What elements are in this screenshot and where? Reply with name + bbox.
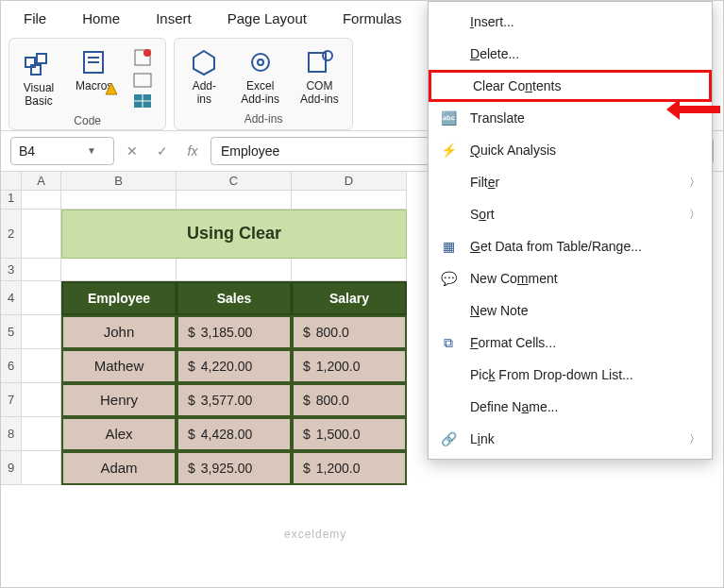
val: 1,200.0	[316, 461, 361, 476]
chevron-right-icon: 〉	[689, 175, 700, 191]
cell[interactable]	[292, 259, 407, 281]
lbl: Clear Contents	[473, 78, 698, 93]
row-header-6[interactable]: 6	[1, 349, 22, 383]
tab-insert[interactable]: Insert	[146, 8, 201, 28]
row-header-2[interactable]: 2	[1, 210, 22, 259]
ctx-new-comment[interactable]: 💬New Comment	[429, 262, 712, 294]
table-cell[interactable]: Alex	[61, 417, 177, 451]
col-header-c[interactable]: C	[177, 172, 292, 191]
blank-icon	[438, 300, 459, 321]
select-all-corner[interactable]	[1, 172, 22, 191]
cell[interactable]	[61, 259, 177, 281]
ctx-sort[interactable]: Sort〉	[429, 198, 712, 230]
table-cell[interactable]: $3,577.00	[177, 383, 292, 417]
name-box[interactable]: B4▼	[10, 137, 114, 165]
macros-button[interactable]: Macros	[72, 44, 116, 110]
chevron-right-icon: 〉	[689, 207, 700, 223]
visual-basic-button[interactable]: Visual Basic	[19, 46, 59, 110]
table-cell[interactable]: $1,200.0	[292, 349, 407, 383]
row-header-3[interactable]: 3	[1, 259, 22, 281]
group-addins-label: Add-ins	[184, 112, 342, 126]
cancel-fx-button[interactable]: ✕	[120, 139, 144, 163]
accept-fx-button[interactable]: ✓	[150, 139, 175, 163]
lbl: Pick From Drop-down List...	[470, 367, 700, 382]
table-cell[interactable]: $800.0	[292, 315, 407, 349]
table-cell[interactable]: $800.0	[292, 383, 407, 417]
quick-analysis-icon: ⚡	[438, 140, 459, 160]
cell[interactable]	[22, 417, 61, 451]
svg-point-8	[143, 49, 151, 57]
th-employee[interactable]: Employee	[61, 281, 177, 315]
ctx-define-name[interactable]: Define Name...	[429, 391, 712, 423]
row-header-1[interactable]: 1	[1, 191, 22, 210]
table-cell[interactable]: Mathew	[61, 349, 177, 383]
val: 4,428.00	[201, 427, 253, 442]
ctx-new-note[interactable]: New Note	[429, 294, 712, 327]
table-cell[interactable]: John	[61, 315, 177, 349]
tab-formulas[interactable]: Formulas	[333, 8, 412, 28]
cell[interactable]	[22, 315, 61, 349]
col-header-d[interactable]: D	[292, 172, 407, 191]
table-cell[interactable]: Adam	[61, 451, 177, 485]
excel-addins-button[interactable]: Excel Add-ins	[237, 44, 283, 109]
row-header-5[interactable]: 5	[1, 315, 22, 349]
row-header-7[interactable]: 7	[1, 383, 22, 417]
addins-button[interactable]: Add- ins	[184, 44, 224, 109]
table-cell[interactable]: $4,428.00	[177, 417, 292, 451]
group-code-label: Code	[19, 114, 156, 127]
cell[interactable]	[22, 281, 61, 315]
val: 800.0	[316, 393, 349, 408]
com-addins-icon	[303, 46, 335, 78]
cell[interactable]	[292, 191, 407, 210]
row-header-4[interactable]: 4	[1, 281, 22, 315]
macros-icon	[78, 46, 110, 78]
tab-home[interactable]: Home	[73, 8, 129, 28]
ctx-quick-analysis[interactable]: ⚡Quick Analysis	[429, 134, 712, 166]
lbl: et Data from Table/Range...	[480, 239, 642, 254]
blank-icon	[438, 396, 459, 417]
th-salary[interactable]: Salary	[292, 281, 407, 315]
tab-page-layout[interactable]: Page Layout	[218, 8, 316, 28]
th-sales[interactable]: Sales	[177, 281, 292, 315]
cell[interactable]	[61, 191, 177, 210]
cell[interactable]	[177, 259, 292, 281]
format-cells-icon: ⧉	[438, 332, 459, 353]
group-addins: Add- ins Excel Add-ins COM Add-ins Add-i…	[174, 38, 352, 130]
svg-marker-13	[194, 51, 214, 75]
ctx-link[interactable]: 🔗Link〉	[429, 423, 712, 455]
col-header-b[interactable]: B	[61, 172, 177, 191]
lbl: elete...	[480, 46, 519, 61]
cell[interactable]	[22, 191, 61, 210]
svg-point-17	[323, 51, 332, 60]
ctx-format-cells[interactable]: ⧉Format Cells...	[429, 327, 712, 359]
table-cell[interactable]: $4,220.00	[177, 349, 292, 383]
table-cell[interactable]: $1,200.0	[292, 451, 407, 485]
row-header-9[interactable]: 9	[1, 451, 22, 485]
ctx-clear-contents[interactable]: Clear Contents	[429, 70, 712, 102]
cell[interactable]	[22, 383, 61, 417]
table-cell[interactable]: Henry	[61, 383, 177, 417]
cell[interactable]	[177, 191, 292, 210]
ctx-insert[interactable]: Insert...	[429, 6, 712, 38]
title-banner[interactable]: Using Clear	[61, 210, 407, 259]
val: 800.0	[316, 325, 349, 340]
table-cell[interactable]: $3,925.00	[177, 451, 292, 485]
fx-icon[interactable]: fx	[180, 139, 205, 163]
col-header-a[interactable]: A	[22, 172, 61, 191]
ctx-delete[interactable]: Delete...	[429, 38, 712, 70]
ctx-get-data[interactable]: ▦Get Data from Table/Range...	[429, 230, 712, 262]
tab-file[interactable]: File	[14, 8, 56, 28]
table-cell[interactable]: $3,185.00	[177, 315, 292, 349]
ctx-pick-dropdown[interactable]: Pick From Drop-down List...	[429, 359, 712, 391]
cell[interactable]	[22, 349, 61, 383]
cell[interactable]	[22, 210, 61, 259]
cell[interactable]	[22, 259, 61, 281]
com-addins-button[interactable]: COM Add-ins	[296, 44, 343, 109]
blank-icon	[438, 364, 459, 385]
row-header-8[interactable]: 8	[1, 417, 22, 451]
cell[interactable]	[22, 451, 61, 485]
formula-value: Employee	[221, 143, 279, 159]
record-macro-button[interactable]	[129, 46, 156, 110]
table-cell[interactable]: $1,500.0	[292, 417, 407, 451]
ctx-filter[interactable]: Filter〉	[429, 166, 712, 198]
